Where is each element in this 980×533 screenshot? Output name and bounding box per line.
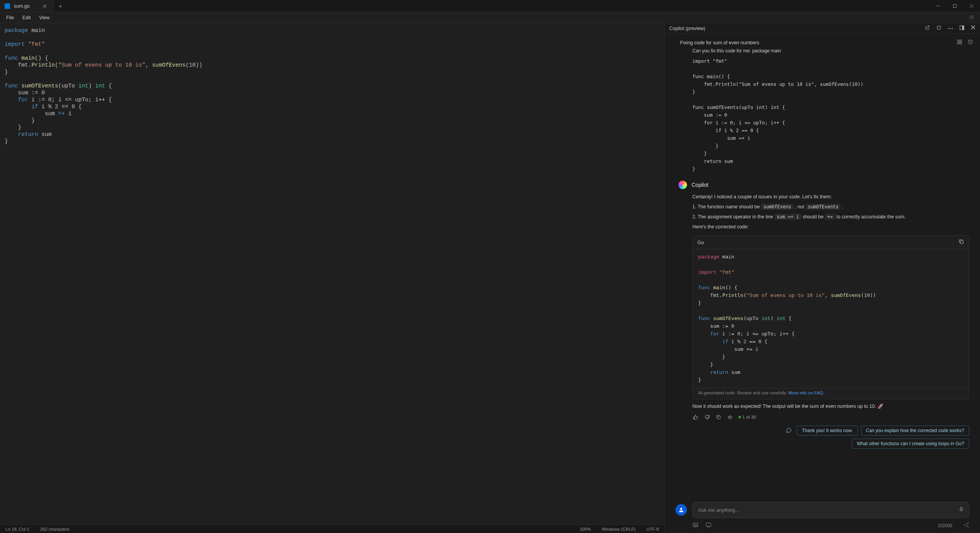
titlebar: sum.go +: [0, 0, 980, 12]
new-tab-button[interactable]: +: [54, 3, 67, 9]
user-message-intro: Can you fix this code for me: package ma…: [692, 48, 781, 54]
maximize-icon[interactable]: [946, 0, 963, 12]
assistant-outro: Now it should work as expected! The outp…: [665, 401, 980, 411]
suggestion-chip[interactable]: Can you explain how the corrected code w…: [861, 426, 969, 436]
svg-rect-12: [718, 416, 720, 419]
attach-image-icon[interactable]: [692, 522, 699, 529]
svg-rect-9: [958, 42, 959, 44]
suggestion-chip[interactable]: Thank you! It works now.: [797, 426, 858, 436]
more-icon[interactable]: [948, 25, 953, 32]
status-eol[interactable]: Windows (CRLF): [602, 527, 636, 531]
history-icon[interactable]: [968, 39, 973, 46]
svg-rect-6: [962, 26, 964, 30]
svg-rect-0: [953, 5, 956, 8]
faq-link[interactable]: More info on FAQ.: [788, 391, 824, 395]
svg-point-13: [680, 508, 682, 510]
user-avatar-icon: [675, 504, 687, 516]
menu-file[interactable]: File: [2, 13, 18, 22]
grid-icon[interactable]: [957, 39, 962, 46]
gear-icon[interactable]: [966, 13, 978, 23]
status-characters[interactable]: 262 characters: [40, 527, 69, 531]
svg-point-4: [952, 28, 953, 29]
corrected-code[interactable]: package main import "fmt" func main() { …: [693, 249, 969, 388]
inline-code: +=: [825, 214, 835, 220]
read-aloud-icon[interactable]: [727, 414, 733, 420]
menu-view[interactable]: View: [35, 13, 54, 22]
char-counter: 0/2000: [938, 523, 952, 528]
window-close-icon[interactable]: [963, 0, 980, 12]
external-icon[interactable]: [925, 25, 930, 32]
thumbs-up-icon[interactable]: [692, 414, 699, 420]
suggestion-chips: Thank you! It works now. Can you explain…: [665, 424, 980, 453]
svg-rect-8: [960, 40, 962, 42]
tab-title: sum.go: [14, 3, 30, 9]
assistant-list-item-2: 2. The assignment operator in the line s…: [665, 211, 980, 221]
suggestion-chip[interactable]: What other functions can I create using …: [852, 439, 969, 449]
copilot-title: Copilot (preview): [669, 26, 705, 31]
corrected-code-card: Go package main import "fmt" func main()…: [692, 235, 969, 399]
suggestions-icon: [786, 427, 792, 434]
inline-code: sumOfEvens: [761, 204, 793, 210]
window-controls: [929, 0, 980, 12]
close-icon[interactable]: [43, 4, 47, 8]
chat-input-area: Ask me anything...: [665, 499, 980, 521]
svg-rect-7: [958, 40, 959, 42]
feedback-row: 1 of 30: [665, 411, 980, 424]
assistant-list-item-1: 1. The function name should be sumOfEven…: [665, 201, 980, 211]
status-encoding[interactable]: UTF-8: [646, 527, 659, 531]
file-type-icon: [5, 3, 10, 9]
svg-rect-14: [961, 507, 962, 510]
copilot-header: Copilot (preview): [665, 23, 980, 34]
code-language-label: Go: [697, 240, 704, 245]
ai-disclaimer: AI-generated code. Review and use carefu…: [693, 388, 969, 399]
copy-response-icon[interactable]: [715, 414, 722, 420]
refresh-icon[interactable]: [936, 25, 941, 32]
svg-rect-11: [960, 241, 963, 244]
chat-footer: 0/2000: [665, 521, 980, 533]
svg-point-1: [971, 16, 973, 18]
copy-icon[interactable]: [958, 239, 964, 246]
status-zoom[interactable]: 100%: [580, 527, 591, 531]
assistant-corrected-intro: Here's the corrected code:: [665, 221, 980, 231]
editor-pane: package main import "fmt" func main() { …: [0, 23, 664, 533]
thumbs-down-icon[interactable]: [704, 414, 710, 420]
chat-input[interactable]: Ask me anything...: [692, 502, 969, 518]
code-editor[interactable]: package main import "fmt" func main() { …: [0, 23, 664, 525]
menubar: File Edit View: [0, 12, 980, 23]
svg-rect-17: [706, 523, 711, 526]
microphone-icon[interactable]: [958, 506, 964, 513]
svg-point-3: [950, 28, 951, 29]
inline-code: sum =+ i: [774, 214, 801, 220]
status-position[interactable]: Ln 18, Col 1: [5, 527, 29, 531]
minimize-icon[interactable]: [929, 0, 946, 12]
tab-active[interactable]: sum.go: [0, 0, 54, 12]
assistant-intro: Certainly! I noticed a couple of issues …: [665, 191, 980, 201]
copilot-panel: Copilot (preview): [664, 23, 980, 533]
dock-icon[interactable]: [959, 25, 965, 32]
inline-code: sumOfEvents: [806, 204, 841, 210]
svg-rect-10: [960, 42, 962, 44]
thread-title: Fixing code for sum of even numbers: [680, 40, 759, 45]
assistant-name: Copilot: [692, 182, 709, 188]
attach-file-icon[interactable]: [705, 522, 712, 529]
panel-close-icon[interactable]: [971, 25, 975, 32]
chat-input-placeholder: Ask me anything...: [698, 507, 739, 513]
copilot-thread[interactable]: Fixing code for sum of even numbers Can …: [665, 34, 980, 499]
response-pager[interactable]: 1 of 30: [739, 415, 756, 419]
svg-point-2: [948, 28, 949, 29]
menu-edit[interactable]: Edit: [18, 13, 35, 22]
user-code-block: import "fmt" func main() { fmt.Println("…: [692, 56, 980, 175]
svg-point-16: [694, 524, 695, 525]
statusbar: Ln 18, Col 1 262 characters 100% Windows…: [0, 525, 664, 533]
editor-code[interactable]: package main import "fmt" func main() { …: [5, 27, 664, 145]
send-icon[interactable]: [963, 522, 969, 529]
copilot-logo-icon: [678, 181, 687, 189]
